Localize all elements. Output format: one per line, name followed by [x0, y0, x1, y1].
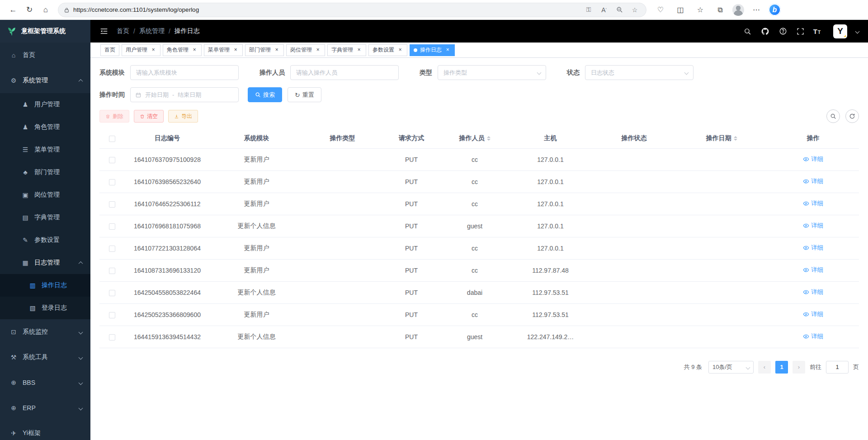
tab-close-icon[interactable]: ×	[315, 47, 321, 53]
row-checkbox[interactable]	[109, 268, 115, 274]
page-tab[interactable]: 用户管理 ×	[122, 44, 160, 56]
row-checkbox[interactable]	[109, 201, 115, 208]
breadcrumb-home[interactable]: 首页	[117, 27, 129, 35]
page-tab[interactable]: 字典管理 ×	[327, 44, 366, 56]
tab-close-icon[interactable]: ×	[150, 47, 156, 53]
tab-close-icon[interactable]: ×	[356, 47, 362, 53]
sidebar-item[interactable]: ♟ 用户管理	[0, 93, 90, 116]
sidebar-item[interactable]: ✈ Yi框架	[0, 421, 90, 440]
user-avatar[interactable]: Y	[833, 24, 847, 38]
type-select[interactable]: 操作类型	[438, 65, 546, 80]
table-column-header[interactable]: 操作状态	[592, 128, 676, 148]
browser-profile-avatar[interactable]	[732, 4, 744, 16]
start-date-placeholder[interactable]: 开始日期	[145, 91, 169, 99]
page-tab[interactable]: 首页	[100, 44, 119, 56]
browser-essentials-icon[interactable]: ♡	[653, 3, 668, 17]
row-checkbox[interactable]	[109, 334, 115, 341]
sidebar-item[interactable]: ♟ 角色管理	[0, 116, 90, 138]
tab-close-icon[interactable]: ×	[232, 47, 239, 53]
detail-link[interactable]: 详细	[803, 222, 823, 230]
detail-link[interactable]: 详细	[803, 266, 823, 274]
page-tab[interactable]: 岗位管理 ×	[286, 44, 325, 56]
collections-icon[interactable]: ⧉	[712, 3, 728, 17]
page-tab[interactable]: 操作日志 ×	[410, 44, 455, 56]
row-checkbox[interactable]	[109, 157, 115, 163]
help-icon[interactable]	[778, 26, 788, 36]
bing-copilot-icon[interactable]: b	[769, 4, 781, 16]
password-key-icon[interactable]: ⚿	[583, 5, 594, 15]
table-column-header[interactable]: 主机	[509, 128, 592, 148]
table-column-header[interactable]: 请求方式	[382, 128, 441, 148]
browser-back-icon[interactable]: ←	[5, 3, 21, 17]
page-number-1[interactable]: 1	[775, 361, 788, 374]
clear-button[interactable]: 清空	[134, 110, 164, 123]
sidebar-item[interactable]: ⊕ BBS	[0, 370, 90, 395]
detail-link[interactable]: 详细	[803, 177, 823, 185]
detail-link[interactable]: 详细	[803, 199, 823, 208]
settings-more-icon[interactable]: ⋯	[749, 3, 764, 17]
reset-button[interactable]: ↻ 重置	[288, 87, 321, 102]
next-page-button[interactable]: ›	[793, 361, 805, 374]
github-icon[interactable]	[760, 26, 770, 36]
date-range-picker[interactable]: 开始日期 - 结束日期	[130, 87, 239, 102]
browser-refresh-icon[interactable]: ↻	[22, 3, 37, 17]
font-size-icon[interactable]: TT	[813, 28, 821, 35]
row-checkbox[interactable]	[109, 246, 115, 252]
page-tab[interactable]: 角色管理 ×	[163, 44, 202, 56]
detail-link[interactable]: 详细	[803, 288, 823, 296]
detail-link[interactable]: 详细	[803, 332, 823, 341]
table-column-header[interactable]: 系统模块	[210, 128, 303, 148]
status-select[interactable]: 日志状态	[585, 65, 693, 80]
page-tab[interactable]: 菜单管理 ×	[204, 44, 243, 56]
read-aloud-icon[interactable]: Aʻ	[598, 5, 610, 15]
browser-home-icon[interactable]: ⌂	[38, 3, 53, 17]
sidebar-item[interactable]: ⊡ 系统监控	[0, 319, 90, 345]
sort-caret-icon[interactable]	[487, 136, 491, 141]
sort-caret-icon[interactable]	[734, 136, 737, 141]
goto-page-input[interactable]	[826, 361, 849, 374]
refresh-table-button[interactable]	[845, 109, 859, 123]
sidebar-item[interactable]: ⚙ 系统管理	[0, 68, 90, 93]
sidebar-item[interactable]: ▦ 日志管理	[0, 251, 90, 274]
address-bar[interactable]: https://ccnetcore.com:1101/system/log/op…	[58, 3, 646, 17]
detail-link[interactable]: 详细	[803, 155, 823, 163]
url-text[interactable]: https://ccnetcore.com:1101/system/log/op…	[73, 6, 579, 13]
delete-button[interactable]: 删除	[99, 110, 129, 123]
tab-close-icon[interactable]: ×	[191, 47, 198, 53]
sidebar-item[interactable]: ☰ 菜单管理	[0, 138, 90, 161]
add-favorite-star-icon[interactable]: ☆	[629, 5, 641, 15]
tab-close-icon[interactable]: ×	[444, 47, 451, 53]
app-logo[interactable]: 意框架管理系统	[0, 20, 90, 43]
breadcrumb-system[interactable]: 系统管理	[139, 27, 165, 35]
prev-page-button[interactable]: ‹	[758, 361, 771, 374]
user-dropdown-caret-icon[interactable]	[855, 29, 860, 33]
detail-link[interactable]: 详细	[803, 244, 823, 252]
zoom-out-icon[interactable]	[613, 5, 625, 15]
page-size-select[interactable]: 10条/页	[708, 361, 754, 374]
table-column-header[interactable]: 日志编号	[124, 128, 210, 148]
table-column-header[interactable]: 操作	[768, 128, 859, 148]
page-tab[interactable]: 参数设置 ×	[368, 44, 407, 56]
sidebar-item[interactable]: ⚒ 系统工具	[0, 345, 90, 370]
search-button[interactable]: 搜索	[248, 87, 282, 102]
tab-close-icon[interactable]: ×	[274, 47, 280, 53]
operator-input[interactable]	[290, 65, 399, 80]
table-column-header[interactable]: 操作日期	[676, 128, 768, 148]
module-input[interactable]	[130, 65, 239, 80]
search-icon[interactable]	[743, 26, 753, 36]
detail-link[interactable]: 详细	[803, 310, 823, 318]
page-tab[interactable]: 部门管理 ×	[245, 44, 284, 56]
fullscreen-icon[interactable]	[796, 26, 806, 36]
sidebar-item[interactable]: ♣ 部门管理	[0, 161, 90, 184]
sidebar-item[interactable]: ▥ 操作日志	[0, 274, 90, 297]
row-checkbox[interactable]	[109, 290, 115, 296]
sidebar-item[interactable]: ⊕ ERP	[0, 395, 90, 421]
sidebar-item[interactable]: ✎ 参数设置	[0, 229, 90, 251]
sidebar-item[interactable]: ▤ 字典管理	[0, 206, 90, 229]
toggle-search-button[interactable]	[826, 109, 840, 123]
tab-close-icon[interactable]: ×	[397, 47, 403, 53]
select-all-checkbox[interactable]	[109, 136, 115, 142]
export-button[interactable]: 导出	[168, 110, 198, 123]
table-column-header[interactable]: 操作类型	[303, 128, 382, 148]
sidebar-collapse-icon[interactable]	[99, 26, 109, 36]
